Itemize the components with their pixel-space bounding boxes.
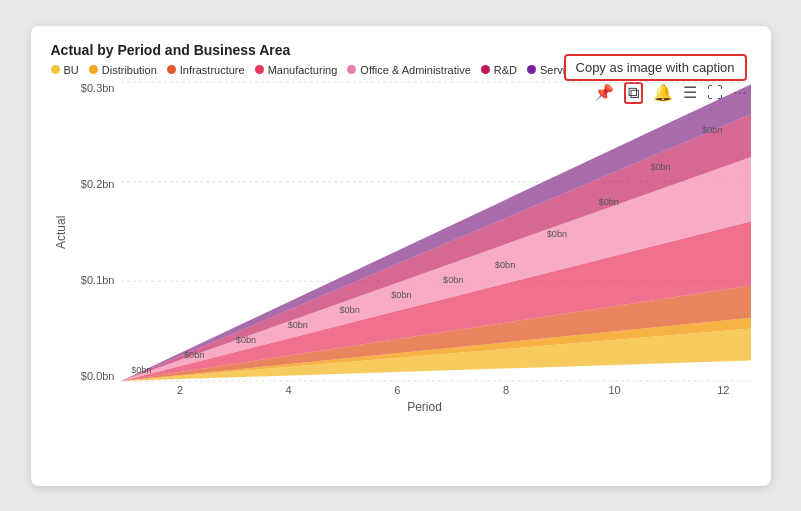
y-tick: $0.0bn <box>73 370 121 382</box>
x-axis-ticks: 24681012 <box>51 384 751 396</box>
x-tick: 12 <box>696 384 750 396</box>
y-ticks: $0.0bn$0.1bn$0.2bn$0.3bn <box>73 82 121 382</box>
x-tick <box>533 384 587 396</box>
legend-dot <box>347 65 356 74</box>
x-tick <box>316 384 370 396</box>
label-p8: $0bn <box>494 259 514 270</box>
legend-dot <box>527 65 536 74</box>
label-p7: $0bn <box>443 274 463 285</box>
chart-plot: $0bn $0bn $0bn $0bn $0bn $0bn $0bn $0bn … <box>121 82 751 382</box>
label-p1: $0bn <box>131 364 151 375</box>
x-tick: 6 <box>370 384 424 396</box>
legend-dot <box>167 65 176 74</box>
legend-item-rd: R&D <box>481 64 517 76</box>
legend-dot <box>481 65 490 74</box>
legend-dot <box>89 65 98 74</box>
legend-label: Manufacturing <box>268 64 338 76</box>
chart-card: Copy as image with caption 📌 ⧉ 🔔 ☰ ⛶ ···… <box>31 26 771 486</box>
area-chart-svg: $0bn $0bn $0bn $0bn $0bn $0bn $0bn $0bn … <box>121 82 751 382</box>
y-tick: $0.3bn <box>73 82 121 94</box>
label-p12: $0bn <box>702 124 722 135</box>
tooltip-text: Copy as image with caption <box>576 60 735 75</box>
legend-label: Infrastructure <box>180 64 245 76</box>
x-tick: 2 <box>153 384 207 396</box>
legend-dot <box>255 65 264 74</box>
y-tick: $0.1bn <box>73 274 121 286</box>
label-p2: $0bn <box>184 349 204 360</box>
x-tick <box>424 384 478 396</box>
y-tick: $0.2bn <box>73 178 121 190</box>
legend-label: Office & Administrative <box>360 64 470 76</box>
label-p9: $0bn <box>546 228 566 239</box>
label-p3: $0bn <box>235 334 255 345</box>
legend-label: Distribution <box>102 64 157 76</box>
legend-item-officeadministrative: Office & Administrative <box>347 64 470 76</box>
x-tick: 10 <box>587 384 641 396</box>
copy-caption-tooltip[interactable]: Copy as image with caption <box>564 54 747 81</box>
label-p4: $0bn <box>287 319 307 330</box>
x-axis-label: Period <box>51 400 751 414</box>
label-p11: $0bn <box>650 160 670 171</box>
x-tick: 8 <box>479 384 533 396</box>
label-p6: $0bn <box>391 289 411 300</box>
chart-area: Actual $0.0bn$0.1bn$0.2bn$0.3bn <box>51 82 751 382</box>
legend-dot <box>51 65 60 74</box>
legend-item-manufacturing: Manufacturing <box>255 64 338 76</box>
legend-label: BU <box>64 64 79 76</box>
y-axis-label: Actual <box>51 82 71 382</box>
x-tick: 4 <box>261 384 315 396</box>
chart-inner: $0.0bn$0.1bn$0.2bn$0.3bn <box>73 82 751 382</box>
legend-item-bu: BU <box>51 64 79 76</box>
legend-item-distribution: Distribution <box>89 64 157 76</box>
x-tick <box>642 384 696 396</box>
label-p5: $0bn <box>339 304 359 315</box>
legend-label: R&D <box>494 64 517 76</box>
x-tick <box>207 384 261 396</box>
legend-item-infrastructure: Infrastructure <box>167 64 245 76</box>
label-p10: $0bn <box>598 195 618 206</box>
x-tick <box>99 384 153 396</box>
